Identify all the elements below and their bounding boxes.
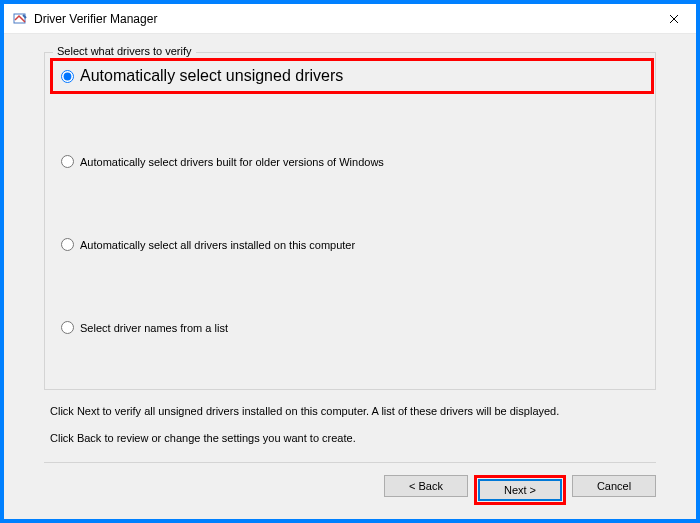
radio-row-all-drivers: Automatically select all drivers install… — [61, 238, 643, 251]
radio-select-list[interactable] — [61, 321, 74, 334]
radio-all-drivers-label: Automatically select all drivers install… — [80, 239, 355, 251]
titlebar: Driver Verifier Manager — [4, 4, 696, 34]
close-button[interactable] — [652, 4, 696, 34]
next-button[interactable]: Next > — [478, 479, 562, 501]
highlight-unsigned-drivers: Automatically select unsigned drivers — [50, 58, 654, 94]
instructions: Click Next to verify all unsigned driver… — [50, 404, 656, 447]
radio-older-windows-label: Automatically select drivers built for o… — [80, 156, 384, 168]
driver-select-groupbox: Select what drivers to verify Automatica… — [44, 52, 656, 390]
radio-row-older-windows: Automatically select drivers built for o… — [61, 155, 643, 168]
instruction-line2: Click Back to review or change the setti… — [50, 431, 656, 446]
radio-unsigned-drivers-label: Automatically select unsigned drivers — [80, 67, 343, 85]
app-icon — [12, 11, 28, 27]
radio-unsigned-drivers[interactable] — [61, 70, 74, 83]
groupbox-title: Select what drivers to verify — [53, 45, 196, 57]
window-title: Driver Verifier Manager — [34, 12, 652, 26]
back-button[interactable]: < Back — [384, 475, 468, 497]
radio-row-select-list: Select driver names from a list — [61, 321, 643, 334]
cancel-button[interactable]: Cancel — [572, 475, 656, 497]
button-bar: < Back Next > Cancel — [44, 462, 656, 505]
radio-all-drivers[interactable] — [61, 238, 74, 251]
dialog-content: Select what drivers to verify Automatica… — [4, 34, 696, 519]
highlight-next-button: Next > — [474, 475, 566, 505]
radio-select-list-label: Select driver names from a list — [80, 322, 228, 334]
instruction-line1: Click Next to verify all unsigned driver… — [50, 404, 656, 419]
radio-older-windows[interactable] — [61, 155, 74, 168]
